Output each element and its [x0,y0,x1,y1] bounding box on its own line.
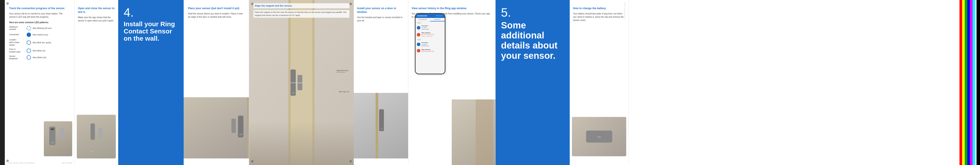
phone-nav-protect[interactable]: PROTECT [430,18,445,21]
additional-heading-4: your sensor. [501,51,564,61]
left-registration-bar [0,0,5,165]
hand-phone-illustration [452,99,495,165]
place-sensor-body: Hold the sensor where you want to instal… [188,12,245,19]
phone-event-details-4: Office Window MOTION DETECTED [422,49,434,53]
led-row-connected: Connected Blue Solid (5 sec) [9,32,70,37]
crosshair-top-left: ⊕ [6,1,9,5]
hands-overlay [249,121,354,165]
phone-event-office-2: Office Window MOTION DETECTED [415,48,445,54]
section-install-ring: 4. Install your Ring Contact Sensor on t… [118,0,184,165]
led-indicator-tampered [27,55,31,60]
install-number: 4. [124,6,178,19]
footer-right: 9/6/17 9:23 AM [62,162,72,164]
battery-body: Your battery should last quite a long ti… [573,12,625,22]
max-gap-text: Max Gap 1/2" [339,91,349,93]
hand-pull-illustration: ring [77,115,116,159]
phone-nav-dashboard[interactable]: DASHBOARD [415,18,430,21]
phone-event-time-1: 11:28AM [422,27,429,29]
led-state-tampered: Sensortampered [9,55,27,60]
install-heading-2: Contact Sensor [124,27,178,35]
section-track-connection: ⊕ Track the connection progress of the s… [5,0,75,165]
hand-device-illustration: ring [44,121,72,156]
section-place-sensor: Place your sensor (but don't install it … [184,0,249,165]
section-battery: How to change the battery. Your battery … [570,0,628,165]
crosshair-align-tr: ⊕ [349,2,352,6]
phone-event-desc-3: DOOR RING [422,45,429,47]
install-heading-3: on the wall. [124,35,178,42]
sensor-magnet [298,75,302,90]
crosshair-align-br: ⊕ [349,159,352,163]
phone-event-front-door: Front Door 11:28AM DOOR RING [415,24,445,31]
sensor-body: ring [291,69,296,96]
align-body: Place the magnet on the trim near the se… [253,10,349,18]
phone-event-icon-office [417,33,420,37]
led-row-couldnt: Couldn'tadd to basestation Blue Blink (5… [9,39,70,46]
phone-event-front-door-2: Front Door 11:26AM DOOR RING [415,41,445,48]
fine-print-text: Ring LLC. All rights reserved. [624,2,625,19]
phone-event-details-2: Office Window MOTION DETECTED Today, 1 y… [422,32,434,37]
main-content: ⊕ Track the connection progress of the s… [5,0,958,165]
hand-sensor-illustration: ring [184,97,249,159]
led-desc-tampered: Blue Blinks (3x) [33,56,46,59]
led-state-connected: Connected [9,34,27,36]
section-align-magnet: ⊕ ⊕ ⊕ ⊕ Align the magnet and the sensor.… [249,0,354,165]
fine-print: Ring LLC. All rights reserved. [624,2,627,163]
phone-header: DASHBOARD PROTECT [415,14,445,18]
led-row-tampered: Sensortampered Blue Blinks (3x) [9,55,70,60]
phone-screen: DASHBOARD PROTECT DASHBOARD PROTECT TODA… [415,14,445,74]
track-title: Track the connection progress of the sen… [9,6,70,10]
align-text-overlay: Align the magnet and the sensor. Place t… [253,3,349,18]
alignment-label: Alignment lines [337,69,348,72]
max-gap-label: Max Gap 1/2" [339,91,349,93]
align-image-area: Align the magnet and the sensor. Place t… [249,0,354,165]
phone-event-name-1: Front Door [422,25,429,27]
additional-heading-1: Some [501,20,564,30]
phone-event-icon-door-2 [417,43,420,46]
additional-heading-2: additional [501,30,564,40]
led-state-door: Door orwindow open [9,48,27,53]
door-window-body: Use the bracket and tape or screws inclu… [357,16,405,22]
place-sensor-title: Place your sensor (but don't install it … [188,6,245,10]
led-state-couldnt: Couldn'tadd to basestation [9,39,27,46]
section-view-history: View sensor history in the Ring app wind… [408,0,496,165]
phone-event-icon-door [417,26,420,29]
led-desc-door: Blue Blink (1x) [33,50,45,52]
phone-header-left: DASHBOARD [417,15,427,17]
phone-event-office: Office Window MOTION DETECTED Today, 1 y… [415,31,445,38]
footer: Ring_Contact_Sensor_manual.indd 20 9/6/1… [9,162,72,164]
install-heading-1: Install your Ring [124,20,178,27]
led-desc-connected: Blue Solid (5 sec) [33,34,48,36]
door-window-title: Install your sensor on a door or window. [357,6,405,14]
phone-mockup: DASHBOARD PROTECT DASHBOARD PROTECT TODA… [415,13,445,74]
phone-event-desc-2: MOTION DETECTED [422,34,434,35]
phone-event-details-3: Front Door 11:26AM DOOR RING [422,42,429,47]
section-additional-details: 5. Some additional details about your se… [496,0,570,165]
battery-illustration: ring [572,117,626,156]
phone-header-right: PROTECT [436,15,443,17]
phone-event-desc-1: DOOR RING [422,29,429,30]
footer-left: Ring_Contact_Sensor_manual.indd 20 [9,162,35,164]
crosshair-align-bl: ⊕ [251,159,254,163]
phone-today-label-2: TODAY [415,38,445,41]
door-install-illustration: ring [354,93,408,159]
phone-event-name-3: Front Door [422,42,429,44]
led-desc-couldnt: Blue Blink (5x, quick) [33,42,51,44]
phone-event-time-3: 11:26AM [422,44,429,45]
open-close-title: Open and close the sensor to test it. [78,6,115,14]
phone-event-desc-4: MOTION DETECTED [422,51,434,53]
additional-number: 5. [501,6,564,19]
history-title: View sensor history in the Ring app wind… [412,6,492,10]
additional-heading-3: details about [501,40,564,50]
open-close-body: Make sure the app shows that the sensor … [78,16,115,22]
led-header: Here are some common LED patterns: [9,21,70,24]
align-title: Align the magnet and the sensor. [253,3,349,8]
alignment-lines-text: Alignment lines [337,69,348,72]
phone-event-sub-2: Today, 1 yesterday [422,35,434,37]
phone-event-name-4: Office Window [422,49,434,51]
phone-event-icon-office-2 [417,49,420,53]
track-body: Your sensor will try to connect to your … [9,12,70,19]
section-open-close: Open and close the sensor to test it. Ma… [75,0,118,165]
led-row-waiting: Waiting toconnect Blue Blinking (30 sec) [9,26,70,31]
led-desc-waiting: Blue Blinking (30 sec) [33,27,52,29]
section-door-window: Install your sensor on a door or window.… [354,0,408,165]
